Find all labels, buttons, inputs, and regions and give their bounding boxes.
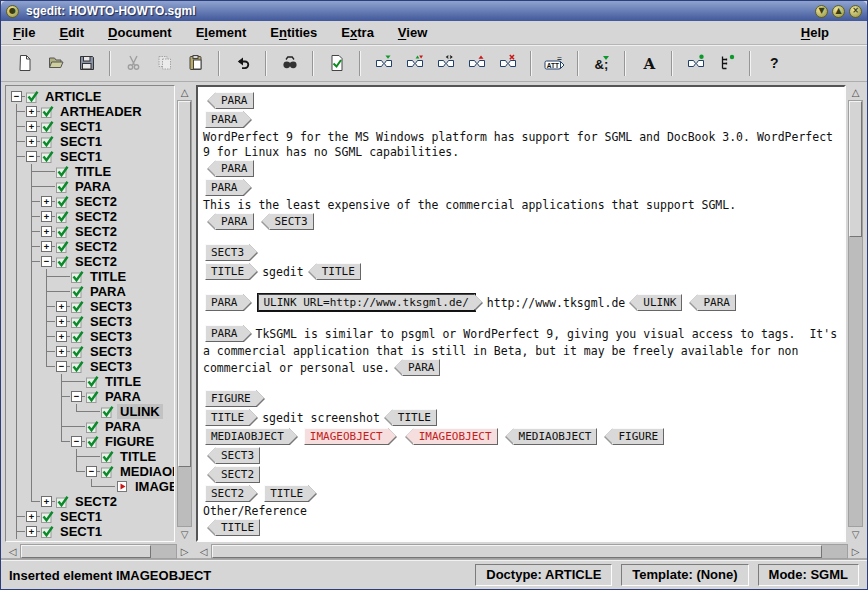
tree-vscroll-trough[interactable]: [177, 100, 192, 527]
expander-plus-icon[interactable]: +: [41, 211, 52, 222]
paste-button[interactable]: [182, 50, 209, 77]
tree-expander[interactable]: −: [69, 434, 84, 449]
tree-scroll-up-arrow[interactable]: △: [177, 85, 192, 100]
tag-open-title[interactable]: TITLE: [205, 263, 250, 280]
tree-expander[interactable]: +: [54, 299, 69, 314]
tag-close-para[interactable]: PARA: [697, 294, 736, 311]
menu-help[interactable]: Help: [801, 25, 829, 40]
editor-scroll-up-arrow[interactable]: △: [848, 85, 863, 100]
tag-open-mediaobject[interactable]: MEDIAOBJECT: [205, 428, 290, 445]
tree-item-para[interactable]: PARA: [9, 179, 174, 194]
tag-close-figure[interactable]: FIGURE: [612, 428, 664, 445]
tree-expander[interactable]: +: [24, 119, 39, 134]
tree-expander[interactable]: +: [54, 329, 69, 344]
tree-item-para[interactable]: −PARA: [9, 389, 174, 404]
tree-item-sect1[interactable]: +SECT1: [9, 524, 174, 539]
tag-open-para[interactable]: PARA: [205, 111, 244, 128]
find-button[interactable]: [276, 50, 303, 77]
expander-minus-icon[interactable]: −: [71, 391, 82, 402]
tag-open-para[interactable]: PARA: [205, 294, 244, 311]
tree-item-sect1[interactable]: +SECT1: [9, 509, 174, 524]
expander-minus-icon[interactable]: −: [86, 466, 97, 477]
menu-entities[interactable]: Entities: [270, 25, 317, 40]
tag-close-sect3[interactable]: SECT3: [269, 213, 314, 230]
expander-plus-icon[interactable]: +: [56, 301, 67, 312]
tree-item-title[interactable]: TITLE: [9, 374, 174, 389]
expander-plus-icon[interactable]: +: [41, 241, 52, 252]
tag-open-sect2[interactable]: SECT2: [205, 485, 250, 502]
expander-plus-icon[interactable]: +: [41, 496, 52, 507]
tree-expander[interactable]: +: [24, 524, 39, 539]
tree-item-artheader[interactable]: +ARTHEADER: [9, 104, 174, 119]
expander-plus-icon[interactable]: +: [41, 196, 52, 207]
tree-item-title[interactable]: TITLE: [9, 449, 174, 464]
delete-element-button[interactable]: [494, 50, 521, 77]
document-tree[interactable]: −ARTICLE+ARTHEADER+SECT1+SECT1−SECT1TITL…: [5, 85, 175, 542]
expander-minus-icon[interactable]: −: [11, 91, 22, 102]
expander-plus-icon[interactable]: +: [41, 226, 52, 237]
expander-plus-icon[interactable]: +: [26, 121, 37, 132]
undo-button[interactable]: [229, 50, 256, 77]
tag-close-imageobject[interactable]: IMAGEOBJECT: [413, 428, 498, 445]
tree-item-sect2[interactable]: +SECT2: [9, 494, 174, 509]
tree-expander[interactable]: +: [39, 194, 54, 209]
close-button[interactable]: ×: [849, 5, 862, 18]
tree-hscroll-trough[interactable]: [20, 544, 177, 559]
tree-expander[interactable]: +: [54, 344, 69, 359]
show-tags-button[interactable]: [682, 50, 709, 77]
tag-close-title[interactable]: TITLE: [392, 409, 437, 426]
tree-vscroll-thumb[interactable]: [178, 101, 191, 467]
tree-item-article[interactable]: −ARTICLE: [9, 89, 174, 104]
tree-item-sect3[interactable]: +SECT3: [9, 314, 174, 329]
open-button[interactable]: [42, 50, 69, 77]
tree-item-para[interactable]: PARA: [9, 419, 174, 434]
expander-minus-icon[interactable]: −: [26, 151, 37, 162]
tag-open-ulink[interactable]: ULINK URL=http://www.tksgml.de/: [258, 294, 475, 311]
menu-document[interactable]: Document: [108, 25, 172, 40]
tag-open-title[interactable]: TITLE: [264, 485, 309, 502]
expander-plus-icon[interactable]: +: [26, 106, 37, 117]
window-menu-button[interactable]: ●: [6, 5, 19, 18]
tree-expander[interactable]: −: [69, 389, 84, 404]
tree-expander[interactable]: +: [39, 209, 54, 224]
tree-item-title[interactable]: TITLE: [9, 164, 174, 179]
tree-expander[interactable]: −: [39, 254, 54, 269]
tree-expander[interactable]: +: [24, 509, 39, 524]
tag-close-para[interactable]: PARA: [215, 160, 254, 177]
editor-hscroll-thumb[interactable]: [212, 545, 822, 558]
split-element-button[interactable]: [432, 50, 459, 77]
tree-expander[interactable]: −: [24, 149, 39, 164]
tree-item-sect3[interactable]: +SECT3: [9, 344, 174, 359]
tree-item-sect2[interactable]: +SECT2: [9, 209, 174, 224]
tag-open-title[interactable]: TITLE: [205, 409, 250, 426]
expander-plus-icon[interactable]: +: [26, 136, 37, 147]
sgml-editor-view[interactable]: PARAPARAWordPerfect 9 for the MS Windows…: [196, 85, 846, 542]
tag-close-sect3[interactable]: SECT3: [215, 447, 260, 464]
validate-button[interactable]: [323, 50, 350, 77]
tree-item-sect1[interactable]: −SECT1: [9, 149, 174, 164]
expander-plus-icon[interactable]: +: [56, 331, 67, 342]
tag-close-para[interactable]: PARA: [215, 92, 254, 109]
tree-item-imageobject[interactable]: IMAGEOBJECT: [9, 479, 174, 494]
tag-open-para[interactable]: PARA: [205, 325, 244, 342]
tree-view-button[interactable]: [713, 50, 740, 77]
tag-close-ulink[interactable]: ULINK: [637, 294, 682, 311]
tree-item-sect2[interactable]: −SECT2: [9, 254, 174, 269]
new-document-button[interactable]: [11, 50, 38, 77]
tag-close-title[interactable]: TITLE: [215, 519, 260, 536]
minimize-button[interactable]: ▼: [815, 5, 828, 18]
attributes-button[interactable]: =ATT: [541, 50, 568, 77]
tree-item-sect2[interactable]: +SECT2: [9, 239, 174, 254]
tree-hscroll-thumb[interactable]: [21, 545, 151, 558]
tree-item-para[interactable]: PARA: [9, 284, 174, 299]
tree-item-title[interactable]: TITLE: [9, 269, 174, 284]
tree-item-sect3[interactable]: +SECT3: [9, 299, 174, 314]
maximize-button[interactable]: ▲: [832, 5, 845, 18]
editor-vscroll-trough[interactable]: [848, 100, 863, 527]
help-button[interactable]: ?: [760, 50, 787, 77]
tree-expander[interactable]: +: [54, 314, 69, 329]
font-button[interactable]: A: [635, 50, 662, 77]
tree-scroll-right-arrow[interactable]: ▷: [177, 544, 192, 559]
editor-vscroll-thumb[interactable]: [849, 101, 862, 237]
expander-plus-icon[interactable]: +: [56, 346, 67, 357]
